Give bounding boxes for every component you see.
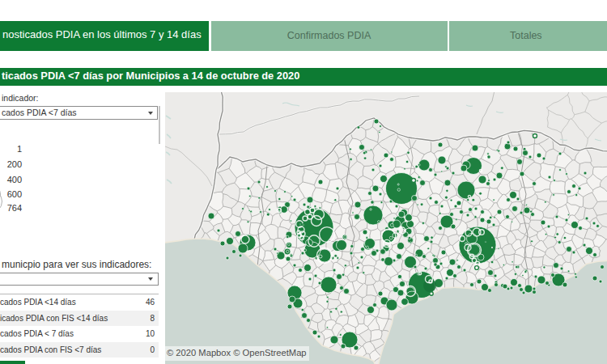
svg-text:© 2020 Mapbox © OpenStreetMap: © 2020 Mapbox © OpenStreetMap — [167, 348, 307, 358]
